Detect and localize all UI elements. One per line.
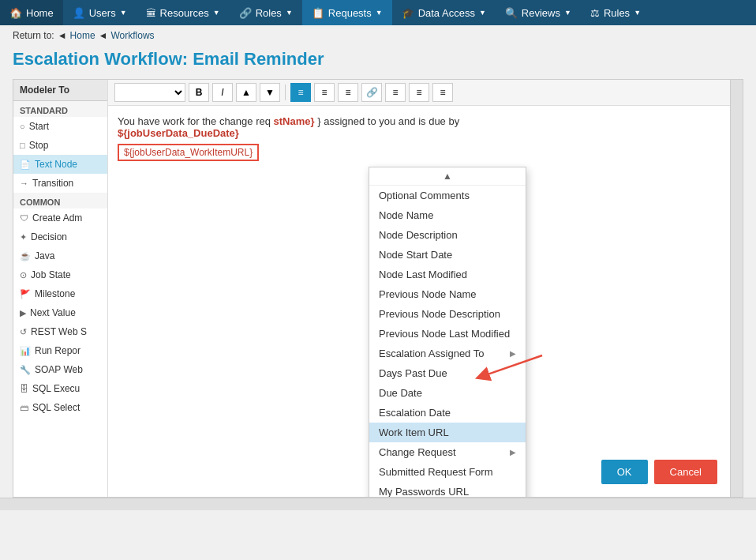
rules-arrow-icon: ▼ [634,9,641,17]
link-button[interactable]: 🔗 [361,83,382,102]
toolbar-separator [285,85,286,100]
sidebar-item-run-report[interactable]: 📊 Run Repor [13,341,107,360]
list2-button[interactable]: ≡ [409,83,429,102]
nav-rules[interactable]: ⚖ Rules ▼ [581,0,650,25]
job-state-icon: ⊙ [20,270,27,280]
resources-icon: 🏛 [146,7,156,19]
sidebar-header: Modeler To [13,80,107,101]
create-admin-icon: 🛡 [20,213,28,223]
data-access-arrow-icon: ▼ [479,9,486,17]
sidebar-item-stop[interactable]: □ Stop [13,136,107,155]
sidebar-item-create-admin[interactable]: 🛡 Create Adm [13,209,107,227]
align-center-button[interactable]: ≡ [314,83,335,102]
dropdown-item-my-passwords-url[interactable]: My Passwords URL [369,482,526,497]
rest-web-icon: ↺ [20,327,27,337]
sidebar-item-start[interactable]: ○ Start [13,117,107,136]
bottom-scrollbar[interactable] [0,498,756,510]
dropdown-item-node-start-date[interactable]: Node Start Date [369,245,526,265]
sidebar-item-soap-web[interactable]: 🔧 SOAP Web [13,360,107,379]
decision-icon: ✦ [20,232,27,242]
run-report-icon: 📊 [20,346,31,356]
dropdown-menu: ▲ Optional Comments Node Name Node Descr… [369,167,526,497]
scroll-up-button[interactable]: ▲ [236,83,256,102]
font-selector[interactable] [114,83,185,102]
breadcrumb-home-link[interactable]: Home [70,30,95,41]
dropdown-item-prev-node-description[interactable]: Previous Node Description [369,304,526,324]
sidebar-item-sql-execute[interactable]: 🗄 SQL Execu [13,379,107,398]
dropdown-item-prev-node-last-modified[interactable]: Previous Node Last Modified [369,324,526,344]
dropdown-item-node-description[interactable]: Node Description [369,225,526,245]
text-node-icon: 📄 [20,160,31,170]
sidebar-item-sql-select[interactable]: 🗃 SQL Select [13,398,107,417]
sidebar-item-rest-web[interactable]: ↺ REST Web S [13,322,107,341]
sidebar-item-next-value[interactable]: ▶ Next Value [13,303,107,322]
editor-var2: ${jobUserData_WorkItemURL} [118,144,259,161]
dropdown-item-escalation-date[interactable]: Escalation Date [369,403,526,423]
dropdown-trigger-button[interactable]: ▼ [260,83,280,102]
dropdown-item-work-item-url[interactable]: Work Item URL [369,423,526,442]
ok-button[interactable]: OK [601,460,648,484]
editor-toolbar: B I ▲ ▼ ≡ ≡ ≡ 🔗 ≡ ≡ ≡ [108,80,730,106]
dropdown-item-escalation-assigned-to[interactable]: Escalation Assigned To ▶ [369,344,526,363]
nav-resources[interactable]: 🏛 Resources ▼ [137,0,230,25]
milestone-icon: 🚩 [20,289,31,299]
sidebar: Modeler To STANDARD ○ Start □ Stop 📄 Tex… [13,80,108,497]
dropdown-item-node-name[interactable]: Node Name [369,205,526,225]
bold-button[interactable]: B [189,83,209,102]
sidebar-item-transition[interactable]: → Transition [13,174,107,193]
sidebar-common-label: COMMON [13,193,107,209]
return-to-label: Return to: [13,30,54,41]
more-button[interactable]: ≡ [432,83,453,102]
right-scrollbar[interactable] [730,80,743,497]
users-arrow-icon: ▼ [120,9,127,17]
home-icon: 🏠 [9,7,22,19]
editor-content[interactable]: You have work for the change req stName}… [108,106,730,171]
footer-buttons: OK Cancel [601,460,717,484]
nav-roles[interactable]: 🔗 Roles ▼ [230,0,302,25]
dropdown-item-prev-node-name[interactable]: Previous Node Name [369,284,526,304]
align-left-button[interactable]: ≡ [290,83,311,102]
sidebar-standard-label: STANDARD [13,101,107,117]
list-button[interactable]: ≡ [385,83,406,102]
next-value-icon: ▶ [20,308,26,318]
sidebar-item-milestone[interactable]: 🚩 Milestone [13,284,107,303]
resources-arrow-icon: ▼ [213,9,220,17]
sql-execute-icon: 🗄 [20,384,28,393]
cancel-button[interactable]: Cancel [654,460,717,484]
sidebar-item-text-node[interactable]: 📄 Text Node [13,155,107,174]
dropdown-item-node-last-modified[interactable]: Node Last Modified [369,265,526,284]
java-icon: ☕ [20,251,31,261]
content-area: B I ▲ ▼ ≡ ≡ ≡ 🔗 ≡ ≡ ≡ You have work for … [108,80,730,497]
sql-select-icon: 🗃 [20,403,28,412]
rules-icon: ⚖ [590,7,600,19]
editor-line1: You have work for the change req stName}… [118,115,720,127]
data-access-icon: 🎓 [402,7,414,19]
breadcrumb-workflows-link[interactable]: Workflows [111,30,155,41]
sidebar-item-decision[interactable]: ✦ Decision [13,227,107,246]
top-navigation: 🏠 Home 👤 Users ▼ 🏛 Resources ▼ 🔗 Roles ▼… [0,0,756,25]
dropdown-item-days-past-due[interactable]: Days Past Due [369,363,526,383]
breadcrumb-sep2: ◄ [99,30,108,41]
nav-users[interactable]: 👤 Users ▼ [63,0,137,25]
dropdown-item-submitted-request-form[interactable]: Submitted Request Form [369,462,526,482]
dropdown-item-due-date[interactable]: Due Date [369,383,526,403]
nav-data-access[interactable]: 🎓 Data Access ▼ [392,0,496,25]
main-area: Modeler To STANDARD ○ Start □ Stop 📄 Tex… [13,79,743,498]
nav-home[interactable]: 🏠 Home [0,0,63,25]
nav-requests[interactable]: 📋 Requests ▼ [302,0,392,25]
requests-icon: 📋 [312,7,324,19]
sidebar-item-java[interactable]: ☕ Java [13,246,107,265]
dropdown-item-change-request[interactable]: Change Request ▶ [369,442,526,462]
change-request-sub-arrow: ▶ [510,448,516,457]
sidebar-item-job-state[interactable]: ⊙ Job State [13,265,107,284]
dropdown-scroll-up[interactable]: ▲ [369,167,526,186]
page-title: Escalation Workflow: Email Reminder [0,46,756,79]
dropdown-item-optional-comments[interactable]: Optional Comments [369,186,526,205]
roles-arrow-icon: ▼ [286,9,293,17]
escalation-assigned-sub-arrow: ▶ [510,349,516,358]
italic-button[interactable]: I [212,83,233,102]
transition-icon: → [20,179,28,188]
align-right-button[interactable]: ≡ [338,83,358,102]
nav-reviews[interactable]: 🔍 Reviews ▼ [496,0,581,25]
stop-icon: □ [20,141,25,150]
